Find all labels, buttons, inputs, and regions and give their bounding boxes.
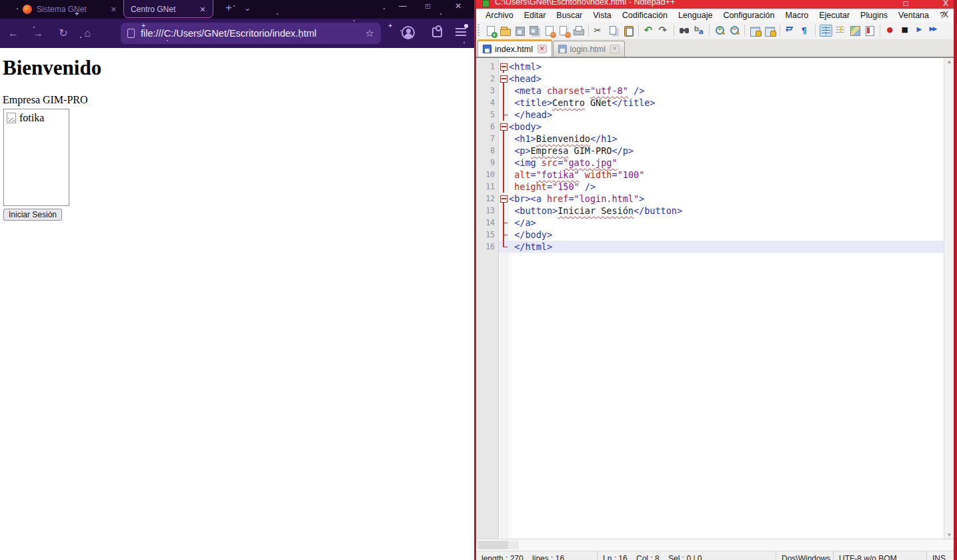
forward-icon[interactable]: → <box>30 26 46 41</box>
function-list-icon[interactable] <box>834 25 847 37</box>
menu-item-plugins[interactable]: Plugins <box>855 11 893 20</box>
fold-marker[interactable] <box>499 133 509 145</box>
word-wrap-icon[interactable] <box>784 25 797 37</box>
code-line[interactable]: 2<head> <box>476 73 944 85</box>
browser-tab-sistema-gnet[interactable]: Sistema GNet✕ <box>16 0 123 19</box>
line-number[interactable]: 14 <box>476 217 499 229</box>
fold-marker[interactable] <box>499 97 509 109</box>
code-text[interactable]: </html> <box>509 241 552 253</box>
line-number[interactable]: 9 <box>476 157 499 169</box>
line-number[interactable]: 2 <box>476 73 499 85</box>
document-tab-close-icon[interactable]: ✕ <box>538 45 547 53</box>
code-line[interactable]: 8 <p>Empresa GIM-PRO</p> <box>476 145 944 157</box>
code-text[interactable]: <button>Iniciar Sesión</button> <box>509 205 682 217</box>
code-line[interactable]: 7 <h1>Bienvenido</h1> <box>476 133 944 145</box>
code-line[interactable]: 1<html> <box>476 61 944 73</box>
line-number[interactable]: 3 <box>476 85 499 97</box>
code-line[interactable]: 9 <img src="gato.jpg" <box>476 157 944 169</box>
back-icon[interactable]: ← <box>5 26 21 41</box>
open-file-icon[interactable] <box>499 25 512 37</box>
maximize-button[interactable]: □ <box>904 0 908 8</box>
extensions-puzzle-icon[interactable] <box>432 27 442 37</box>
line-number[interactable]: 16 <box>476 241 499 253</box>
fold-marker[interactable] <box>499 61 509 73</box>
bookmark-star-icon[interactable]: ☆ <box>365 27 374 39</box>
fold-marker[interactable] <box>499 109 509 121</box>
document-tab-index-html[interactable]: index.html✕ <box>477 39 552 57</box>
fold-marker[interactable] <box>499 169 509 181</box>
line-number[interactable]: 11 <box>476 181 499 193</box>
url-text[interactable]: file:///C:/Users/GNet/Escritorio/index.h… <box>141 28 365 39</box>
reload-icon[interactable]: ↻ <box>55 26 71 41</box>
indent-guide-icon[interactable] <box>820 25 832 37</box>
document-tab-login-html[interactable]: login.html✕ <box>553 41 625 57</box>
menu-item-archivo[interactable]: Archivo <box>480 11 519 20</box>
document-tab-close-icon[interactable]: ✕ <box>610 45 620 53</box>
menu-item-ventana[interactable]: Ventana <box>893 11 934 20</box>
show-all-chars-icon[interactable] <box>799 25 812 37</box>
close-icon[interactable] <box>543 25 556 37</box>
code-line[interactable]: 11 height="150" /> <box>476 181 944 193</box>
login-button[interactable]: Iniciar Sesión <box>3 209 62 221</box>
line-number[interactable]: 8 <box>476 145 499 157</box>
menu-item-ejecutar[interactable]: Ejecutar <box>814 11 855 20</box>
home-icon[interactable]: ⌂ <box>79 26 95 41</box>
account-icon[interactable] <box>401 26 415 39</box>
sync-scroll-v-icon[interactable] <box>749 25 762 37</box>
code-line[interactable]: 10 alt="fotika" width="100" <box>476 169 944 181</box>
sync-scroll-h-icon[interactable] <box>764 25 776 37</box>
code-line[interactable]: 14 </a> <box>476 217 944 229</box>
line-number[interactable]: 10 <box>476 169 499 181</box>
scroll-down-arrow-icon[interactable]: ▼ <box>944 532 954 538</box>
window-minimize-button[interactable]: — <box>399 1 407 11</box>
line-number[interactable]: 7 <box>476 133 499 145</box>
menu-item-buscar[interactable]: Buscar <box>551 11 588 20</box>
code-text[interactable]: <img src="gato.jpg" <box>509 157 618 169</box>
code-text[interactable]: <head> <box>509 73 542 85</box>
code-text[interactable]: </body> <box>509 229 552 241</box>
status-eol-format[interactable]: Dos\Windows <box>776 551 834 560</box>
scroll-up-arrow-icon[interactable]: ▲ <box>944 59 954 65</box>
code-line[interactable]: 3 <meta charset="utf-8" /> <box>476 85 944 97</box>
line-number[interactable]: 15 <box>476 229 499 241</box>
save-icon[interactable] <box>514 25 526 37</box>
code-text[interactable]: <html> <box>509 61 542 73</box>
cut-icon[interactable] <box>593 25 606 37</box>
line-number[interactable]: 6 <box>476 121 499 133</box>
status-typing-mode[interactable]: INS <box>927 551 954 560</box>
close-all-icon[interactable] <box>558 25 570 37</box>
new-file-icon[interactable] <box>484 25 497 37</box>
code-text[interactable]: height="150" /> <box>509 181 596 193</box>
code-text[interactable]: <title>Centro GNet</title> <box>509 97 656 109</box>
code-line[interactable]: 12<br><a href="login.html"> <box>476 193 944 205</box>
run-macro-multiple-icon[interactable] <box>928 25 941 37</box>
url-bar[interactable]: file:///C:/Users/GNet/Escritorio/index.h… <box>121 23 381 44</box>
notepadpp-title-bar[interactable]: C:\Users\GNet\Escritorio\index.html - No… <box>476 0 954 9</box>
print-icon[interactable] <box>572 25 585 37</box>
code-text[interactable]: alt="fotika" width="100" <box>509 169 644 181</box>
status-encoding[interactable]: UTF-8 w/o BOM <box>834 551 927 560</box>
fold-marker[interactable] <box>499 193 509 205</box>
hamburger-menu-icon[interactable] <box>455 28 466 36</box>
code-line[interactable]: 4 <title>Centro GNet</title> <box>476 97 944 109</box>
replace-icon[interactable] <box>693 25 706 37</box>
zoom-in-icon[interactable] <box>714 25 726 37</box>
stop-macro-icon[interactable] <box>899 25 912 37</box>
record-macro-icon[interactable] <box>884 25 897 37</box>
code-editor[interactable]: 1<html>2<head>3 <meta charset="utf-8" />… <box>476 57 954 539</box>
fold-marker[interactable] <box>499 217 509 229</box>
tab-close-icon[interactable]: ✕ <box>199 5 205 14</box>
menu-item-editar[interactable]: Editar <box>519 11 552 20</box>
find-icon[interactable] <box>678 25 691 37</box>
fold-marker[interactable] <box>499 229 509 241</box>
doc-switcher-icon[interactable] <box>864 25 876 37</box>
document-map-icon[interactable] <box>849 25 862 37</box>
menu-item-lenguaje[interactable]: Lenguaje <box>673 11 718 20</box>
tab-close-icon[interactable]: ✕ <box>111 5 117 14</box>
menu-item-macro[interactable]: Macro <box>780 11 814 20</box>
code-line[interactable]: 16 </html> <box>476 241 944 253</box>
menu-item-vista[interactable]: Vista <box>588 11 617 20</box>
close-button[interactable]: X <box>943 0 948 8</box>
code-text[interactable]: </a> <box>509 217 536 229</box>
fold-marker[interactable] <box>499 85 509 97</box>
